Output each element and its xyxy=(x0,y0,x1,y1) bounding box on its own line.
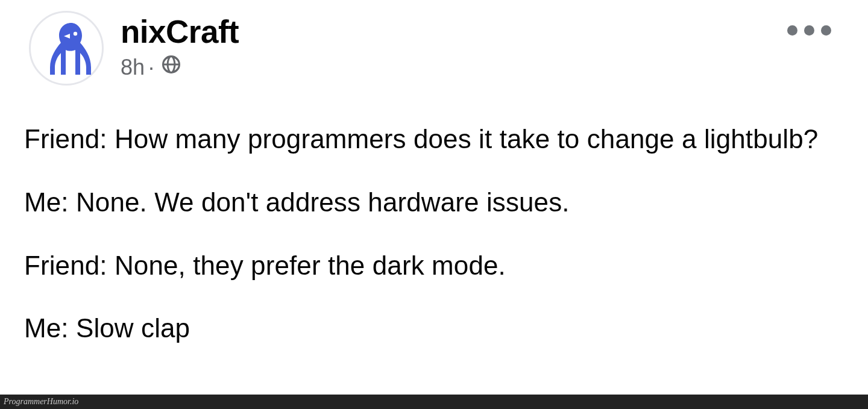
post-line: Friend: How many programmers does it tak… xyxy=(24,123,844,155)
ellipsis-icon xyxy=(787,25,831,36)
post-line: Me: None. We don't address hardware issu… xyxy=(24,187,844,219)
avatar[interactable] xyxy=(29,11,104,86)
author-name[interactable]: nixCraft xyxy=(121,16,239,48)
post-body: Friend: How many programmers does it tak… xyxy=(24,123,844,376)
more-options-button[interactable] xyxy=(781,17,837,43)
timestamp[interactable]: 8h xyxy=(121,55,145,80)
svg-point-0 xyxy=(74,32,77,36)
post-line: Friend: None, they prefer the dark mode. xyxy=(24,250,844,282)
post-line: Me: Slow clap xyxy=(24,313,844,345)
meta-separator: · xyxy=(148,55,154,80)
post-card: nixCraft 8h · Friend: How many programme… xyxy=(0,0,868,409)
author-block: nixCraft 8h · xyxy=(121,16,239,81)
watermark-bar: ProgrammerHumor.io xyxy=(0,395,868,409)
post-header: nixCraft 8h · xyxy=(29,11,839,86)
penguin-avatar-icon xyxy=(36,18,96,78)
globe-icon[interactable] xyxy=(160,54,182,81)
watermark-text: ProgrammerHumor.io xyxy=(4,397,78,406)
post-meta: 8h · xyxy=(121,54,239,81)
